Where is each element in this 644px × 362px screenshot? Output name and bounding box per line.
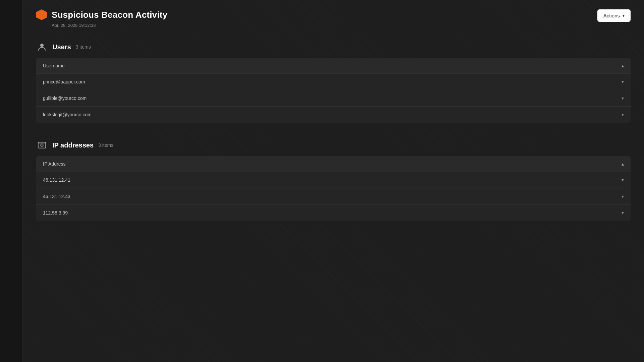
left-sidebar [0,0,23,362]
actions-label: Actions [603,13,620,18]
users-section-count: 3 items [76,44,91,50]
users-section: Users 3 items Username ▴ prince@pauper.c… [36,41,631,123]
users-row-2-value: gullible@yourco.com [43,96,87,101]
ip-row-1[interactable]: 46.131.12.41 ▾ [36,172,631,188]
chevron-down-icon: ▾ [622,112,624,117]
ip-row-2[interactable]: 46.131.12.43 ▾ [36,188,631,204]
ip-row-3[interactable]: 112.58.3.99 ▾ [36,204,631,221]
actions-button[interactable]: Actions ▾ [597,9,631,22]
ip-section: IP addresses 3 items IP Address ▴ 46.131… [36,139,631,221]
users-row-3-value: lookslegit@yourco.com [43,112,92,117]
ip-row-1-value: 46.131.12.41 [43,177,70,183]
chevron-down-icon: ▾ [622,79,624,84]
chevron-up-icon: ▴ [622,63,624,68]
users-section-title: Users [52,43,71,51]
page-title: Suspicious Beacon Activity [52,10,167,20]
users-row-3[interactable]: lookslegit@yourco.com ▾ [36,106,631,123]
ip-table: IP Address ▴ 46.131.12.41 ▾ 46.131.12.43… [36,156,631,221]
users-row-1-value: prince@pauper.com [43,79,85,84]
chevron-down-icon: ▾ [622,210,624,216]
users-section-header: Users 3 items [36,41,631,53]
chevron-up-icon: ▴ [622,161,624,167]
ip-section-title: IP addresses [52,141,94,149]
users-icon [36,41,48,53]
page-timestamp: Apr. 28, 2028 19:12:38 [52,23,167,28]
ip-row-2-value: 46.131.12.43 [43,194,70,199]
users-row-1[interactable]: prince@pauper.com ▾ [36,73,631,90]
ip-column-header: IP Address ▴ [36,156,631,172]
users-table: Username ▴ prince@pauper.com ▾ gullible@… [36,58,631,123]
chevron-down-icon: ▾ [622,194,624,199]
svg-point-0 [40,44,44,47]
users-column-header-label: Username [43,63,65,68]
chevron-down-icon: ▾ [622,177,624,183]
alert-icon [36,9,47,20]
ip-icon [36,139,48,151]
svg-point-3 [42,145,43,146]
chevron-down-icon: ▾ [623,13,625,18]
chevron-down-icon: ▾ [622,96,624,101]
ip-column-header-label: IP Address [43,161,65,167]
main-content: Suspicious Beacon Activity Apr. 28, 2028… [23,0,644,362]
users-column-header: Username ▴ [36,58,631,73]
ip-section-count: 3 items [98,142,113,148]
page-header: Suspicious Beacon Activity Apr. 28, 2028… [36,9,631,28]
title-block: Suspicious Beacon Activity Apr. 28, 2028… [36,9,167,28]
ip-section-header: IP addresses 3 items [36,139,631,151]
users-row-2[interactable]: gullible@yourco.com ▾ [36,90,631,106]
title-row: Suspicious Beacon Activity [36,9,167,20]
ip-row-3-value: 112.58.3.99 [43,210,68,216]
